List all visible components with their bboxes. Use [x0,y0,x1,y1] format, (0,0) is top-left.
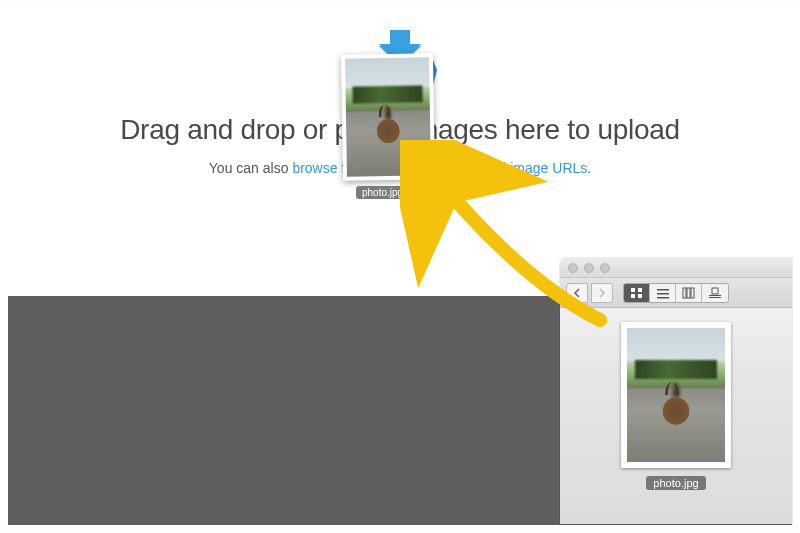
svg-rect-17 [709,295,721,296]
svg-rect-12 [657,297,669,299]
finder-toolbar [560,278,792,308]
letterbox-top [0,0,800,8]
file-thumbnail[interactable] [621,322,731,468]
coverflow-icon [708,287,722,299]
view-columns[interactable] [676,284,702,302]
file-label[interactable]: photo.jpg [646,476,705,490]
finder-window[interactable]: photo.jpg [560,258,792,524]
dragged-thumbnail[interactable] [341,53,435,181]
svg-marker-3 [433,60,437,86]
letterbox-bottom [0,525,800,533]
svg-rect-18 [709,297,721,298]
forward-button[interactable] [591,283,613,303]
columns-icon [682,287,696,299]
view-list[interactable] [650,284,676,302]
subline-prefix: You can also [209,160,293,176]
svg-rect-6 [631,288,635,292]
view-mode-segmented[interactable] [623,283,729,303]
svg-rect-14 [687,288,690,298]
traffic-close-icon[interactable] [568,263,578,273]
svg-rect-10 [657,289,669,291]
chevron-right-icon [598,288,606,298]
goat-photo-icon [627,328,725,462]
finder-titlebar[interactable] [560,258,792,278]
view-coverflow[interactable] [702,284,728,302]
svg-rect-11 [657,293,669,295]
dragged-file-label: photo.jpg [356,186,409,199]
grid-icon [630,287,644,299]
svg-rect-16 [712,288,718,294]
subline-suffix: . [587,160,591,176]
chevron-left-icon [573,288,581,298]
svg-rect-15 [691,288,694,298]
traffic-zoom-icon[interactable] [600,263,610,273]
add-image-urls-link[interactable]: add image URLs [483,160,587,176]
svg-rect-7 [638,288,642,292]
list-icon [656,287,670,299]
back-button[interactable] [566,283,588,303]
goat-photo-icon [345,57,431,176]
subline-or: or [463,160,483,176]
traffic-minimize-icon[interactable] [584,263,594,273]
finder-body[interactable]: photo.jpg [560,308,792,524]
svg-rect-13 [683,288,686,298]
svg-rect-4 [390,30,410,46]
svg-rect-9 [638,294,642,298]
svg-rect-8 [631,294,635,298]
view-icon-grid[interactable] [624,284,650,302]
